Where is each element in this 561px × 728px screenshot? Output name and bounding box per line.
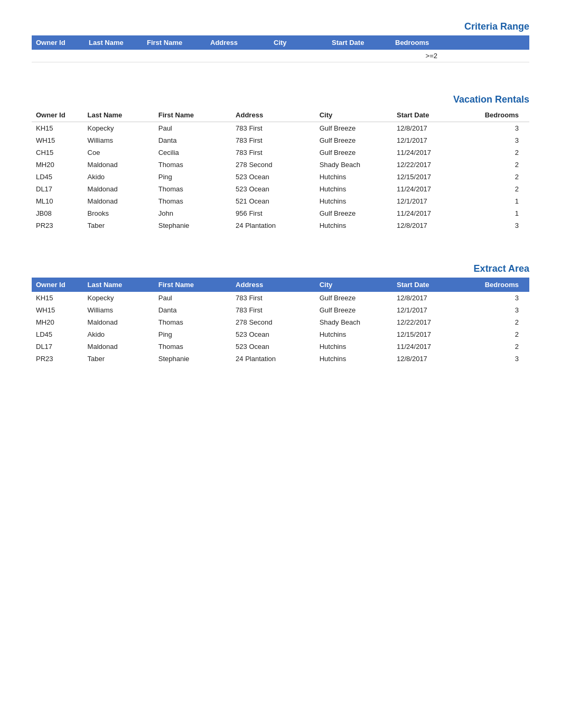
vacation-tbody: KH15KopeckyPaul783 FirstGulf Breeze12/8/… xyxy=(32,122,529,232)
vacation-cell: Ping xyxy=(154,171,231,183)
criteria-col-bedrooms: Bedrooms xyxy=(395,39,448,47)
extract-cell: Gulf Breeze xyxy=(315,292,392,304)
criteria-col-city: City xyxy=(274,39,332,47)
criteria-val-firstname xyxy=(147,52,210,60)
vacation-cell: CH15 xyxy=(32,146,83,159)
vacation-cell: 11/24/2017 xyxy=(392,183,470,195)
extract-cell: 12/22/2017 xyxy=(392,316,470,328)
criteria-header-row: Owner Id Last Name First Name Address Ci… xyxy=(32,35,529,50)
vacation-cell: DL17 xyxy=(32,183,83,195)
vacation-cell: Gulf Breeze xyxy=(315,207,392,219)
vacation-cell: 3 xyxy=(470,122,529,135)
extract-cell: Kopecky xyxy=(83,292,154,304)
extract-cell: 12/8/2017 xyxy=(392,292,470,304)
vr-th-firstname: First Name xyxy=(154,108,231,122)
extract-cell: 278 Second xyxy=(231,316,315,328)
vacation-row: KH15KopeckyPaul783 FirstGulf Breeze12/8/… xyxy=(32,122,529,135)
extract-title: Extract Area xyxy=(32,263,529,274)
criteria-col-startdate: Start Date xyxy=(332,39,395,47)
extract-cell: 2 xyxy=(470,316,529,328)
vacation-cell: Maldonad xyxy=(83,159,154,171)
extract-cell: Hutchins xyxy=(315,328,392,340)
vacation-cell: 1 xyxy=(470,207,529,219)
extract-cell: Taber xyxy=(83,353,154,365)
ext-th-lastname: Last Name xyxy=(83,278,154,292)
extract-cell: WH15 xyxy=(32,304,83,316)
extract-row: LD45AkidoPing523 OceanHutchins12/15/2017… xyxy=(32,328,529,340)
extract-cell: 3 xyxy=(470,292,529,304)
vacation-cell: Hutchins xyxy=(315,219,392,232)
extract-cell: Thomas xyxy=(154,340,231,353)
criteria-col-ownerid: Owner Id xyxy=(36,39,89,47)
vacation-cell: Brooks xyxy=(83,207,154,219)
vacation-cell: Gulf Breeze xyxy=(315,122,392,135)
vacation-cell: 3 xyxy=(470,134,529,146)
vacation-cell: KH15 xyxy=(32,122,83,135)
extract-tbody: KH15KopeckyPaul783 FirstGulf Breeze12/8/… xyxy=(32,292,529,365)
vacation-cell: Gulf Breeze xyxy=(315,134,392,146)
vacation-cell: 12/1/2017 xyxy=(392,134,470,146)
extract-cell: 783 First xyxy=(231,304,315,316)
vacation-cell: 2 xyxy=(470,146,529,159)
vacation-cell: Danta xyxy=(154,134,231,146)
extract-cell: Gulf Breeze xyxy=(315,304,392,316)
vacation-cell: 12/22/2017 xyxy=(392,159,470,171)
extract-cell: 523 Ocean xyxy=(231,328,315,340)
vacation-cell: 24 Plantation xyxy=(231,219,315,232)
vacation-cell: Gulf Breeze xyxy=(315,146,392,159)
vacation-cell: Stephanie xyxy=(154,219,231,232)
vacation-cell: Shady Beach xyxy=(315,159,392,171)
extract-cell: LD45 xyxy=(32,328,83,340)
vacation-cell: 956 First xyxy=(231,207,315,219)
extract-cell: Maldonad xyxy=(83,316,154,328)
ext-th-city: City xyxy=(315,278,392,292)
vacation-cell: 523 Ocean xyxy=(231,171,315,183)
extract-cell: 11/24/2017 xyxy=(392,340,470,353)
vacation-cell: Paul xyxy=(154,122,231,135)
vacation-cell: Akido xyxy=(83,171,154,183)
vacation-cell: JB08 xyxy=(32,207,83,219)
vacation-row: MH20MaldonadThomas278 SecondShady Beach1… xyxy=(32,159,529,171)
vacation-cell: 2 xyxy=(470,183,529,195)
vr-th-lastname: Last Name xyxy=(83,108,154,122)
vacation-cell: 521 Ocean xyxy=(231,195,315,207)
vacation-cell: 523 Ocean xyxy=(231,183,315,195)
vacation-cell: 12/15/2017 xyxy=(392,171,470,183)
vacation-cell: Thomas xyxy=(154,183,231,195)
ext-th-firstname: First Name xyxy=(154,278,231,292)
extract-cell: 12/8/2017 xyxy=(392,353,470,365)
extract-cell: Danta xyxy=(154,304,231,316)
extract-cell: Shady Beach xyxy=(315,316,392,328)
vacation-cell: Hutchins xyxy=(315,195,392,207)
extract-cell: PR23 xyxy=(32,353,83,365)
ext-th-startdate: Start Date xyxy=(392,278,470,292)
extract-row: KH15KopeckyPaul783 FirstGulf Breeze12/8/… xyxy=(32,292,529,304)
vacation-cell: 12/1/2017 xyxy=(392,195,470,207)
extract-cell: Williams xyxy=(83,304,154,316)
vacation-cell: 783 First xyxy=(231,122,315,135)
vacation-cell: 783 First xyxy=(231,146,315,159)
criteria-col-address: Address xyxy=(210,39,274,47)
vacation-cell: 3 xyxy=(470,219,529,232)
extract-cell: 12/15/2017 xyxy=(392,328,470,340)
vacation-cell: Kopecky xyxy=(83,122,154,135)
extract-cell: MH20 xyxy=(32,316,83,328)
vacation-cell: Hutchins xyxy=(315,171,392,183)
extract-row: MH20MaldonadThomas278 SecondShady Beach1… xyxy=(32,316,529,328)
vacation-cell: Maldonad xyxy=(83,195,154,207)
vacation-row: JB08BrooksJohn956 FirstGulf Breeze11/24/… xyxy=(32,207,529,219)
vacation-cell: Thomas xyxy=(154,195,231,207)
vacation-cell: 12/8/2017 xyxy=(392,219,470,232)
extract-section: Extract Area Owner Id Last Name First Na… xyxy=(32,263,529,365)
vr-th-address: Address xyxy=(231,108,315,122)
vacation-cell: Cecilia xyxy=(154,146,231,159)
extract-cell: 2 xyxy=(470,340,529,353)
vacation-cell: Williams xyxy=(83,134,154,146)
vacation-cell: Maldonad xyxy=(83,183,154,195)
vacation-cell: 1 xyxy=(470,195,529,207)
extract-cell: Hutchins xyxy=(315,353,392,365)
vr-th-bedrooms: Bedrooms xyxy=(470,108,529,122)
extract-cell: 783 First xyxy=(231,292,315,304)
vacation-table: Owner Id Last Name First Name Address Ci… xyxy=(32,108,529,232)
vacation-header-row: Owner Id Last Name First Name Address Ci… xyxy=(32,108,529,122)
